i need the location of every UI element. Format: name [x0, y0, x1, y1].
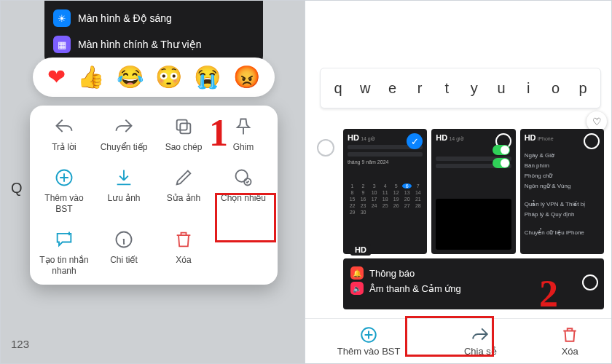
- menu-forward[interactable]: Chuyển tiếp: [94, 116, 154, 152]
- kb-key[interactable]: i: [517, 72, 540, 104]
- pin-icon: [232, 116, 254, 138]
- svg-point-3: [236, 170, 248, 182]
- keyboard-key-q: Q: [11, 180, 23, 197]
- settings-row-label: Màn hình chính & Thư viện: [78, 39, 202, 50]
- menu-save-image[interactable]: Lưu ảnh: [94, 167, 154, 214]
- pencil-icon: [173, 167, 195, 189]
- action-bar: Thêm vào BST Chia sẻ Xóa: [305, 318, 611, 363]
- menu-multi-select[interactable]: Chọn nhiều: [213, 167, 273, 214]
- add-circle-icon: [359, 325, 378, 344]
- info-icon: [113, 229, 135, 250]
- hd-badge: HD: [348, 133, 359, 142]
- right-screenshot: q w e r t y u i o p ♡ HD 14 giờ ✓ tháng …: [305, 1, 611, 363]
- reaction-heart[interactable]: ❤: [47, 66, 66, 88]
- action-delete[interactable]: Xóa: [549, 323, 591, 360]
- hd-badge: HD: [436, 133, 447, 142]
- action-share[interactable]: Chia sẻ: [452, 323, 509, 360]
- bell-icon: 🔔: [350, 266, 364, 280]
- calendar-grid: 1234567 891011121314 15161718192021 2223…: [348, 183, 423, 215]
- kb-key[interactable]: t: [435, 72, 458, 104]
- kb-key[interactable]: o: [544, 72, 568, 104]
- keyboard-row: q w e r t y u i o p: [320, 68, 601, 108]
- svg-rect-1: [177, 120, 187, 130]
- menu-reply[interactable]: Trả lời: [34, 116, 94, 152]
- hd-badge: HD: [525, 133, 536, 142]
- reaction-surprised[interactable]: 😳: [155, 66, 182, 88]
- kb-key[interactable]: p: [571, 72, 595, 104]
- copy-icon: [173, 116, 195, 138]
- share-icon: [471, 325, 490, 344]
- reaction-bar: ❤ 👍 😂 😳 😭 😡: [33, 58, 275, 97]
- sound-icon: 🔈: [350, 282, 364, 295]
- svg-rect-0: [180, 123, 190, 133]
- kb-key[interactable]: r: [408, 72, 431, 104]
- settings-row-display[interactable]: ☀ Màn hình & Độ sáng: [50, 5, 257, 31]
- context-menu: Trả lời Chuyển tiếp Sao chép Ghim Thêm v…: [30, 106, 278, 285]
- kb-key[interactable]: y: [463, 72, 486, 104]
- action-add-bst[interactable]: Thêm vào BST: [326, 323, 412, 360]
- left-screenshot: ☀ Màn hình & Độ sáng ▦ Màn hình chính & …: [1, 1, 305, 363]
- selection-circle[interactable]: [584, 133, 600, 149]
- kb-key[interactable]: q: [326, 72, 350, 104]
- trash-icon: [173, 229, 195, 250]
- reaction-laugh[interactable]: 😂: [117, 66, 144, 88]
- reaction-cry[interactable]: 😭: [194, 66, 221, 88]
- toggle-icon: [493, 145, 510, 155]
- brightness-icon: ☀: [53, 9, 71, 27]
- trash-icon: [560, 325, 579, 344]
- menu-edit-image[interactable]: Sửa ảnh: [154, 167, 213, 214]
- multi-select-icon: [232, 167, 254, 189]
- menu-copy[interactable]: Sao chép: [154, 116, 213, 152]
- chat-plus-icon: [53, 229, 75, 250]
- thumbnail-row: HD 14 giờ ✓ tháng 9 năm 2024 1234567 891…: [343, 129, 604, 254]
- keyboard-123-key: 123: [11, 338, 29, 350]
- kb-key[interactable]: w: [353, 72, 377, 104]
- reaction-thumbsup[interactable]: 👍: [77, 66, 104, 88]
- selection-radio-empty[interactable]: [317, 139, 334, 157]
- kb-key[interactable]: u: [490, 72, 513, 104]
- thumbnail-item[interactable]: HD 14 giờ: [431, 129, 515, 254]
- kb-key[interactable]: e: [381, 72, 404, 104]
- download-icon: [113, 167, 135, 189]
- annotation-number-1: 1: [209, 111, 228, 154]
- settings-card: ☀ Màn hình & Độ sáng ▦ Màn hình chính & …: [44, 1, 263, 65]
- forward-icon: [113, 116, 135, 138]
- reaction-angry[interactable]: 😡: [233, 66, 260, 88]
- hd-badge: HD: [350, 244, 371, 256]
- reply-icon: [53, 116, 75, 138]
- settings-row-home[interactable]: ▦ Màn hình chính & Thư viện: [50, 31, 257, 58]
- thumbnail-item-wide[interactable]: HD 🔔 Thông báo 🔈 Âm thanh & Cảm ứng: [343, 258, 604, 309]
- add-circle-icon: [53, 167, 75, 189]
- menu-delete[interactable]: Xóa: [154, 229, 213, 276]
- settings-row-label: Màn hình & Độ sáng: [78, 12, 172, 24]
- menu-detail[interactable]: Chi tiết: [94, 229, 154, 276]
- toggle-icon: [493, 158, 510, 168]
- selection-circle[interactable]: [582, 274, 598, 290]
- thumbnail-item[interactable]: HD 14 giờ ✓ tháng 9 năm 2024 1234567 891…: [343, 129, 427, 254]
- menu-add-bst[interactable]: Thêm vào BST: [34, 167, 94, 214]
- thumbnail-item[interactable]: HD iPhone Ngày & Giờ Bàn phím Phông chữ …: [520, 129, 604, 254]
- menu-quick-message[interactable]: Tạo tin nhắn nhanh: [34, 229, 94, 276]
- annotation-number-2: 2: [539, 272, 558, 315]
- home-icon: ▦: [53, 36, 71, 53]
